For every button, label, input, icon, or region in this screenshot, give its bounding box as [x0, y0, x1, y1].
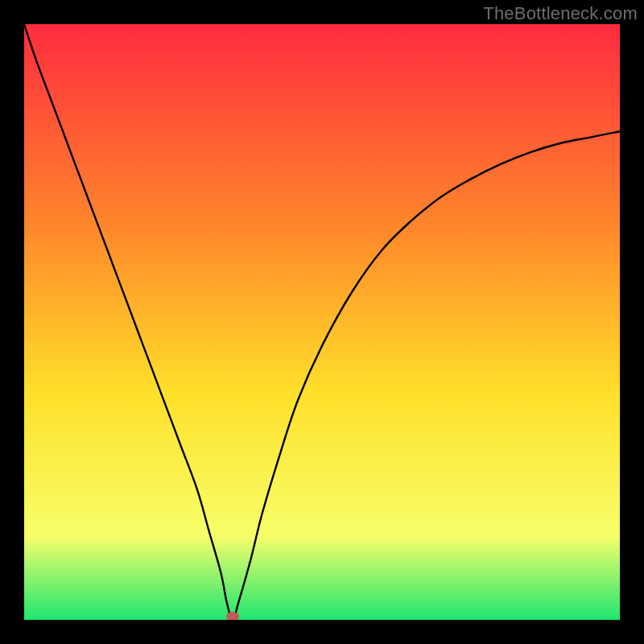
chart-frame: TheBottleneck.com: [0, 0, 644, 644]
optimal-point-marker: [226, 612, 239, 620]
watermark-label: TheBottleneck.com: [483, 3, 638, 24]
plot-area: [24, 24, 620, 620]
chart-curve-layer: [24, 24, 620, 620]
bottleneck-curve: [24, 24, 620, 620]
